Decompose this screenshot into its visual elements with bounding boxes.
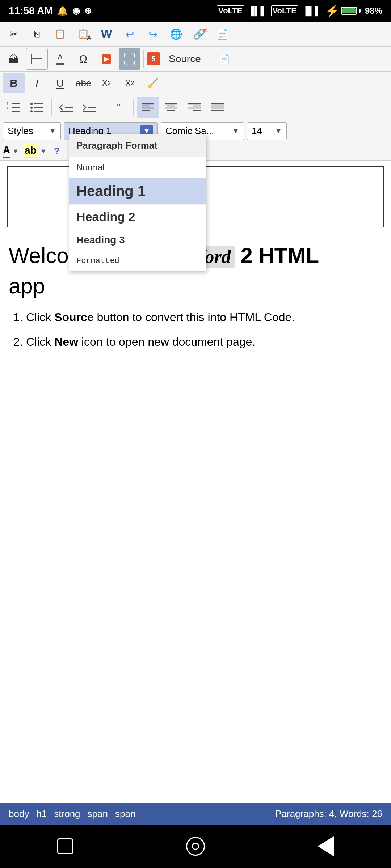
special-char-button[interactable]: Ω: [72, 48, 94, 70]
indent-button[interactable]: [79, 97, 100, 118]
circle-inner-icon: [192, 843, 199, 850]
notification-icon3: ⊕: [84, 6, 92, 16]
paragraph-format-dropdown: Paragraph Format Normal Heading 1 Headin…: [69, 134, 206, 271]
editor-status-bar: body h1 strong span span Paragraphs: 4, …: [0, 803, 391, 825]
toolbar-row-2: 🏔 A Ω ▶ 5 Source 📄: [0, 47, 391, 72]
help-button[interactable]: ?: [51, 144, 63, 158]
nav-recent-button[interactable]: [311, 832, 340, 861]
table-button[interactable]: [26, 48, 48, 70]
bold-2html: 2 HTML: [240, 243, 319, 268]
divider: [143, 50, 144, 68]
navigation-bar: [0, 825, 391, 868]
text-color-letter[interactable]: A: [3, 144, 10, 158]
size-value: 14: [252, 125, 262, 137]
fullscreen-button[interactable]: [119, 48, 140, 70]
dropdown-heading2[interactable]: Heading 2: [69, 205, 206, 229]
status-bar: 11:58 AM 🔔 ◉ ⊕ VoLTE ▐▌▌ VoLTE ▐▌▌ ⚡ 98%: [0, 0, 391, 22]
formatting-row: B I U abc X2 X2 🧹: [0, 72, 391, 95]
divider2: [210, 50, 210, 68]
size-arrow-icon: ▼: [275, 127, 282, 135]
separator: [51, 99, 52, 116]
outdent-button[interactable]: [55, 97, 77, 118]
bold-button[interactable]: B: [3, 73, 25, 93]
tag-body[interactable]: body: [9, 808, 29, 820]
time: 11:58 AM: [9, 5, 53, 17]
align-center-button[interactable]: [160, 97, 182, 118]
styles-button[interactable]: A: [49, 48, 71, 70]
new-document-button[interactable]: 📄: [211, 23, 233, 45]
dropdown-formatted[interactable]: Formatted: [69, 251, 206, 271]
svg-text:3.: 3.: [7, 109, 9, 113]
battery-percent: 98%: [365, 6, 382, 16]
toolbar-row-1: ✂ ⎘ 📋 📋A W ↩ ↪ 🌐 🔗✕ 📄: [0, 22, 391, 47]
highlight-letter[interactable]: ab: [23, 144, 38, 158]
blockquote-button[interactable]: ": [108, 97, 130, 118]
tag-h1[interactable]: h1: [36, 808, 47, 820]
source-bold: Source: [54, 311, 93, 324]
ordered-list-button[interactable]: 1.2.3.: [3, 97, 25, 118]
highlight-arrow[interactable]: ▼: [40, 148, 47, 155]
size-select[interactable]: 14 ▼: [247, 122, 287, 140]
new-bold: New: [54, 335, 78, 348]
dropdown-heading3[interactable]: Heading 3: [69, 229, 206, 251]
styles-arrow-icon: ▼: [49, 127, 56, 135]
italic-button[interactable]: I: [26, 73, 48, 93]
notification-icon1: 🔔: [57, 6, 68, 16]
list-item-1: Click Source button to convert this into…: [26, 309, 382, 326]
text-color-group: A ▼: [3, 144, 19, 158]
square-icon: [57, 838, 73, 854]
list-item-2: Click New icon to open new document page…: [26, 333, 382, 350]
underline-button[interactable]: U: [49, 73, 71, 93]
tag-strong[interactable]: strong: [54, 808, 80, 820]
word-count: Paragraphs: 4, Words: 26: [275, 808, 382, 820]
dropdown-normal[interactable]: Normal: [69, 157, 206, 178]
separator3: [133, 99, 134, 116]
styles-select[interactable]: Styles ▼: [3, 122, 61, 140]
signal2: ▐▌▌: [302, 6, 321, 16]
align-justify-button[interactable]: [207, 97, 228, 118]
redo-button[interactable]: ↪: [142, 23, 164, 45]
dropdown-heading1[interactable]: Heading 1: [69, 178, 206, 205]
new-doc-button[interactable]: 📄: [213, 48, 235, 70]
paste-text-button[interactable]: 📋A: [72, 23, 94, 45]
remove-format-button[interactable]: 🧹: [142, 73, 164, 93]
status-right: VoLTE ▐▌▌ VoLTE ▐▌▌ ⚡ 98%: [217, 4, 382, 18]
undo-button[interactable]: ↩: [119, 23, 140, 45]
strikethrough-button[interactable]: abc: [72, 73, 94, 93]
triangle-icon: [318, 836, 334, 856]
align-right-button[interactable]: [184, 97, 205, 118]
svg-point-9: [30, 103, 33, 105]
youtube-button[interactable]: ▶: [96, 48, 117, 70]
tag-span2[interactable]: span: [115, 808, 135, 820]
paste-word-button[interactable]: W: [96, 23, 117, 45]
nav-home-button[interactable]: [51, 832, 80, 861]
superscript-button[interactable]: X2: [119, 73, 140, 93]
table-cell-1-2: [196, 167, 384, 187]
text-color-arrow[interactable]: ▼: [12, 148, 19, 155]
align-left-button[interactable]: [137, 97, 159, 118]
separator2: [104, 99, 104, 116]
volte-icon2: VoLTE: [271, 5, 298, 16]
dropdown-title: Paragraph Format: [69, 134, 206, 157]
signal1: ▐▌▌: [248, 6, 267, 16]
source-label: Source: [169, 53, 201, 65]
styles-value: Styles: [8, 125, 33, 137]
svg-point-13: [30, 110, 33, 112]
html5-icon: 5: [147, 52, 160, 65]
link-button[interactable]: 🌐: [165, 23, 187, 45]
unordered-list-button[interactable]: [26, 97, 48, 118]
tag-span1[interactable]: span: [88, 808, 108, 820]
notification-icon2: ◉: [72, 6, 80, 16]
cut-button[interactable]: ✂: [3, 23, 25, 45]
nav-back-button[interactable]: [181, 832, 210, 861]
volte-icon1: VoLTE: [217, 5, 244, 16]
status-left: 11:58 AM 🔔 ◉ ⊕: [9, 5, 92, 17]
font-arrow-icon: ▼: [232, 127, 239, 135]
subscript-button[interactable]: X2: [96, 73, 117, 93]
highlight-color-group: ab ▼: [23, 144, 47, 158]
copy-button[interactable]: ⎘: [26, 23, 48, 45]
source-button[interactable]: Source: [163, 50, 207, 68]
paste-button[interactable]: 📋: [49, 23, 71, 45]
image-button[interactable]: 🏔: [3, 48, 25, 70]
unlink-button[interactable]: 🔗✕: [188, 23, 210, 45]
